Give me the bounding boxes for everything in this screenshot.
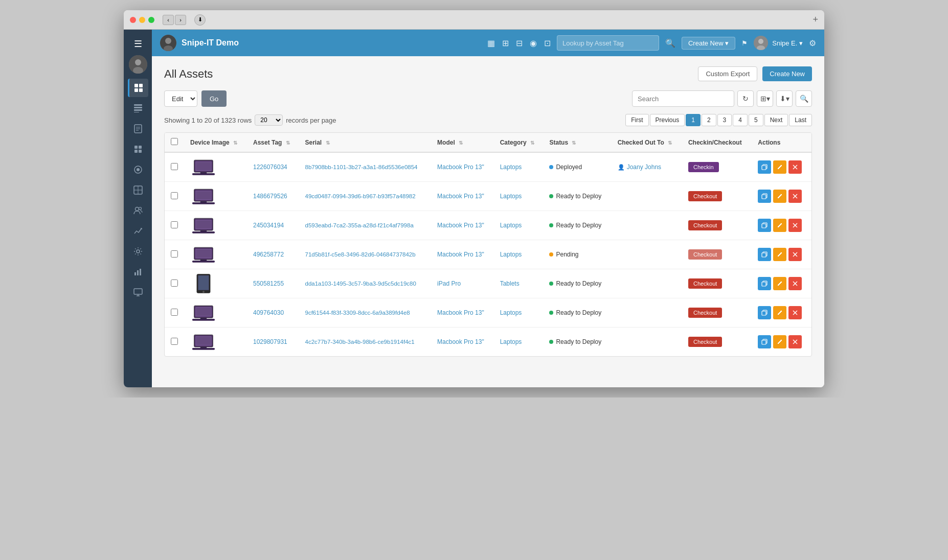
category-link[interactable]: Laptops [500, 338, 522, 345]
nav-icon-print[interactable]: ⊡ [544, 38, 551, 48]
asset-tag-search-button[interactable]: 🔍 [665, 38, 675, 48]
sidebar-item-consumables[interactable] [128, 160, 148, 179]
asset-tag-link[interactable]: 1226076034 [253, 164, 287, 171]
checkout-button[interactable]: Checkout [688, 278, 722, 289]
edit-button[interactable] [773, 335, 786, 348]
serial-link[interactable]: 49cd0487-0994-39d6-b967-b93f57a48982 [305, 193, 416, 199]
copy-button[interactable] [758, 248, 771, 261]
category-link[interactable]: Laptops [500, 309, 522, 316]
asset-tag-link[interactable]: 496258772 [253, 251, 284, 258]
model-link[interactable]: Macbook Pro 13" [437, 222, 484, 229]
row-checkbox[interactable] [171, 309, 178, 316]
select-all-checkbox[interactable] [171, 138, 178, 145]
asset-tag-link[interactable]: 409764030 [253, 309, 284, 316]
minimize-button[interactable] [139, 17, 145, 23]
create-new-button[interactable]: Create New [762, 66, 812, 81]
sidebar-item-dashboard[interactable] [128, 79, 148, 97]
sidebar-item-menu[interactable]: ☰ [128, 35, 148, 53]
export-button[interactable]: ⬇▾ [776, 90, 793, 107]
delete-button[interactable] [788, 248, 802, 261]
col-model[interactable]: Model ⇅ [431, 133, 494, 152]
row-checkbox[interactable] [171, 192, 178, 199]
serial-link[interactable]: dda1a103-1495-3c57-9ba3-9d5c5dc19c80 [305, 281, 416, 287]
copy-button[interactable] [758, 306, 771, 319]
row-checkbox[interactable] [171, 221, 178, 228]
sidebar-item-settings[interactable] [128, 242, 148, 261]
serial-link[interactable]: 4c2c77b7-340b-3a4b-98b6-ce9b1914f4c1 [305, 339, 415, 345]
table-search-input[interactable] [632, 90, 734, 107]
columns-button[interactable]: ⊞▾ [757, 90, 773, 107]
share-icon[interactable]: ⚙ [809, 38, 816, 48]
forward-button[interactable]: › [175, 15, 186, 25]
per-page-select[interactable]: 20 50 100 [255, 114, 283, 126]
col-checked-out-to[interactable]: Checked Out To ⇅ [612, 133, 682, 152]
model-link[interactable]: Macbook Pro 13" [437, 338, 484, 345]
checkout-button[interactable]: Checkout [688, 308, 722, 318]
row-checkbox[interactable] [171, 279, 178, 287]
checkout-button[interactable]: Checkout [688, 337, 722, 347]
serial-link[interactable]: 9cf61544-f83f-3309-8dcc-6a9a389fd4e8 [305, 310, 410, 316]
row-checkbox[interactable] [171, 338, 178, 345]
page-2-button[interactable]: 2 [702, 114, 716, 126]
maximize-button[interactable] [148, 17, 154, 23]
copy-button[interactable] [758, 160, 771, 174]
checkin-button[interactable]: Checkin [688, 162, 719, 172]
download-icon[interactable]: ⬇ [194, 14, 206, 26]
copy-button[interactable] [758, 335, 771, 348]
copy-button[interactable] [758, 219, 771, 232]
sidebar-item-users[interactable] [128, 201, 148, 220]
last-page-button[interactable]: Last [789, 114, 812, 126]
serial-link[interactable]: d593eabd-7ca2-355a-a28d-f21c4af7998a [305, 222, 414, 228]
col-serial[interactable]: Serial ⇅ [299, 133, 432, 152]
asset-tag-link[interactable]: 245034194 [253, 222, 284, 229]
nav-icon-grid[interactable]: ▦ [487, 38, 495, 48]
checkout-button[interactable]: Checkout [688, 191, 722, 201]
sidebar-item-components[interactable] [128, 181, 148, 199]
delete-button[interactable] [788, 219, 802, 232]
model-link[interactable]: Macbook Pro 13" [437, 193, 484, 200]
page-4-button[interactable]: 4 [733, 114, 748, 126]
previous-page-button[interactable]: Previous [650, 114, 685, 126]
category-link[interactable]: Laptops [500, 193, 522, 200]
category-link[interactable]: Laptops [500, 251, 522, 258]
asset-tag-link[interactable]: 1029807931 [253, 338, 287, 345]
asset-tag-link[interactable]: 1486679526 [253, 193, 287, 200]
nav-icon-box[interactable]: ⊞ [502, 38, 509, 48]
edit-button[interactable] [773, 190, 786, 203]
copy-button[interactable] [758, 277, 771, 290]
model-link[interactable]: iPad Pro [437, 280, 461, 287]
edit-button[interactable] [773, 248, 786, 261]
copy-button[interactable] [758, 190, 771, 203]
go-button[interactable]: Go [201, 90, 227, 107]
user-area[interactable]: Snipe E. ▾ [754, 36, 803, 50]
next-page-button[interactable]: Next [764, 114, 788, 126]
sidebar-item-licenses[interactable] [128, 120, 148, 138]
edit-button[interactable] [773, 306, 786, 319]
delete-button[interactable] [788, 190, 802, 203]
refresh-button[interactable]: ↻ [737, 90, 754, 107]
checked-out-user[interactable]: 👤 Joany Johns [618, 164, 676, 171]
col-asset-tag[interactable]: Asset Tag ⇅ [247, 133, 299, 152]
asset-tag-search-input[interactable] [557, 35, 659, 51]
nav-icon-drop[interactable]: ◉ [530, 38, 537, 48]
back-button[interactable]: ‹ [163, 15, 174, 25]
page-3-button[interactable]: 3 [717, 114, 732, 126]
model-link[interactable]: Macbook Pro 13" [437, 164, 484, 171]
edit-button[interactable] [773, 219, 786, 232]
navbar-create-new-button[interactable]: Create New ▾ [682, 37, 735, 50]
serial-link[interactable]: 71d5b81f-c5e8-3496-82d6-04684737842b [305, 251, 416, 258]
sidebar-item-assets[interactable] [128, 99, 148, 118]
checkout-button[interactable]: Checkout [688, 249, 722, 260]
category-link[interactable]: Laptops [500, 222, 522, 229]
sidebar-item-accessories[interactable] [128, 140, 148, 158]
page-1-button[interactable]: 1 [686, 114, 701, 126]
nav-icon-monitor[interactable]: ⊟ [516, 38, 523, 48]
edit-button[interactable] [773, 160, 786, 174]
search-toggle-button[interactable]: 🔍 [796, 90, 812, 107]
model-link[interactable]: Macbook Pro 13" [437, 251, 484, 258]
delete-button[interactable] [788, 306, 802, 319]
model-link[interactable]: Macbook Pro 13" [437, 309, 484, 316]
navbar-flag-icon[interactable]: ⚑ [741, 39, 748, 47]
row-checkbox[interactable] [171, 163, 178, 170]
category-link[interactable]: Tablets [500, 280, 520, 287]
